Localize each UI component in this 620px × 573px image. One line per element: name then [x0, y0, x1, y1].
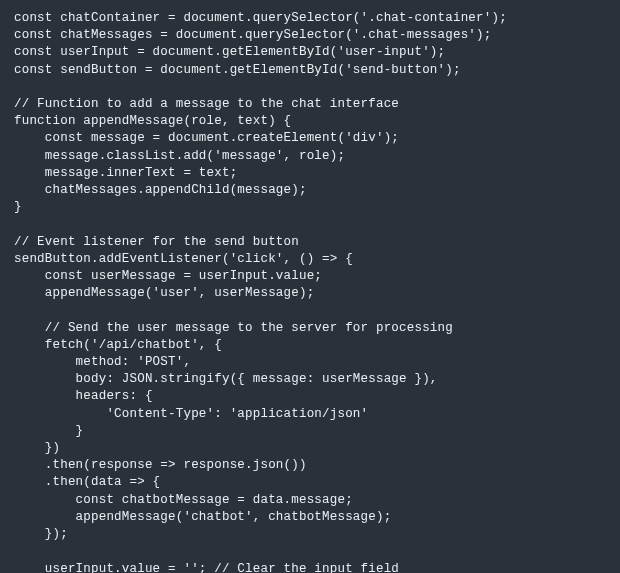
code-block: const chatContainer = document.querySele… — [0, 0, 620, 573]
